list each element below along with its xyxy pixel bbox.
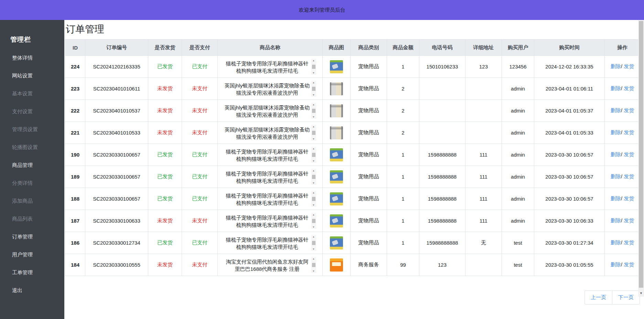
scroll-up-icon[interactable]: ▲: [312, 257, 315, 259]
cell-ship-status: 已发货: [148, 144, 182, 166]
scroll-thumb[interactable]: [312, 263, 315, 267]
scroll-down-icon[interactable]: ▼: [312, 270, 315, 272]
ship-link[interactable]: 发货: [624, 262, 634, 267]
scroll-down-icon[interactable]: ▼: [312, 138, 315, 140]
cell-product-image: [323, 144, 351, 166]
cell-ship-status: 未发货: [148, 122, 182, 144]
product-name-scrollbar[interactable]: ▲▼: [311, 81, 316, 97]
delete-link[interactable]: 删除: [611, 173, 621, 179]
delete-link[interactable]: 删除: [611, 151, 621, 157]
scroll-up-icon[interactable]: ▲: [312, 147, 315, 149]
product-name-scrollbar[interactable]: ▲▼: [311, 235, 316, 251]
sidebar-item-8[interactable]: 分类详情: [0, 174, 64, 192]
scroll-thumb[interactable]: [312, 175, 315, 179]
sidebar-item-6[interactable]: 轮播图设置: [0, 138, 64, 156]
scroll-down-icon[interactable]: ▼: [312, 204, 315, 206]
scroll-up-icon[interactable]: ▲: [312, 103, 315, 105]
sidebar-item-13[interactable]: 工单管理: [0, 264, 64, 281]
ship-link[interactable]: 发货: [624, 85, 634, 91]
delete-link[interactable]: 删除: [611, 85, 621, 91]
product-name-scrollbar[interactable]: ▲▼: [311, 169, 316, 185]
product-name-scrollbar[interactable]: ▲▼: [311, 257, 316, 273]
cell-category: 宠物用品: [351, 210, 387, 232]
delete-link[interactable]: 删除: [611, 63, 621, 69]
ship-link[interactable]: 发货: [624, 217, 634, 223]
scroll-thumb[interactable]: [312, 153, 315, 157]
page-scrollbar[interactable]: ▼: [638, 20, 644, 297]
scroll-thumb[interactable]: [312, 197, 315, 201]
scroll-up-icon[interactable]: ▲: [312, 213, 315, 215]
next-page-button[interactable]: 下一页: [612, 290, 640, 305]
scroll-up-icon[interactable]: ▲: [312, 235, 315, 237]
sidebar-item-14[interactable]: 退出: [0, 281, 64, 299]
ship-link[interactable]: 发货: [624, 63, 634, 69]
ship-link[interactable]: 发货: [624, 240, 634, 245]
delete-link[interactable]: 删除: [611, 129, 621, 135]
product-name-scrollbar[interactable]: ▲▼: [311, 191, 316, 207]
scroll-up-icon[interactable]: ▲: [312, 81, 315, 83]
scroll-down-icon[interactable]: ▼: [312, 116, 315, 118]
table-row: 224SC20241202163335已发货已支付猫梳子宠物专用除浮毛刷撸猫神器…: [65, 56, 640, 78]
product-name-scrollbar[interactable]: ▲▼: [311, 213, 316, 229]
scroll-thumb[interactable]: [312, 87, 315, 91]
scroll-up-icon[interactable]: ▲: [312, 125, 315, 127]
sidebar-item-1[interactable]: 整体详情: [0, 49, 64, 67]
delete-link[interactable]: 删除: [611, 262, 621, 267]
ship-link[interactable]: 发货: [624, 151, 634, 157]
delete-link[interactable]: 删除: [611, 240, 621, 245]
product-name-scrollbar[interactable]: ▲▼: [311, 125, 316, 141]
delete-link[interactable]: 删除: [611, 195, 621, 201]
column-header: 电话号码: [419, 40, 465, 56]
sidebar-item-9[interactable]: 添加商品: [0, 192, 64, 210]
action-separator: /: [621, 129, 622, 135]
ship-link[interactable]: 发货: [624, 129, 634, 135]
delete-link[interactable]: 删除: [611, 107, 621, 113]
scroll-down-icon[interactable]: ▼: [312, 94, 315, 96]
scroll-thumb[interactable]: [312, 219, 315, 223]
scroll-up-icon[interactable]: ▲: [312, 59, 315, 61]
scroll-down-icon[interactable]: ▼: [312, 248, 315, 250]
scroll-thumb[interactable]: [312, 241, 315, 245]
scroll-thumb[interactable]: [312, 131, 315, 135]
sidebar-item-4[interactable]: 支付设置: [0, 103, 64, 120]
cell-phone: 15988888888: [419, 232, 465, 254]
scroll-up-icon[interactable]: ▲: [312, 191, 315, 193]
scroll-down-icon[interactable]: ▼: [312, 160, 315, 162]
column-header: 订单编号: [85, 40, 148, 56]
scroll-thumb[interactable]: [312, 65, 315, 69]
cell-category: 宠物用品: [351, 232, 387, 254]
ship-link[interactable]: 发货: [624, 107, 634, 113]
action-separator: /: [621, 173, 622, 179]
scroll-up-icon[interactable]: ▲: [312, 169, 315, 171]
page-title: 订单管理: [66, 23, 644, 36]
sidebar-item-12[interactable]: 用户管理: [0, 246, 64, 264]
sidebar-item-10[interactable]: 商品列表: [0, 210, 64, 228]
sidebar-item-11[interactable]: 订单管理: [0, 228, 64, 246]
product-name-scrollbar[interactable]: ▲▼: [311, 103, 316, 119]
delete-link[interactable]: 删除: [611, 217, 621, 223]
cell-product-image: [323, 188, 351, 210]
scroll-thumb[interactable]: [312, 109, 315, 113]
scroll-down-icon[interactable]: ▼: [312, 182, 315, 184]
product-name-box: 猫梳子宠物专用除浮毛刷撸猫神器针梳狗狗猫咪毛发清理开结毛▲▼: [219, 169, 321, 185]
cell-address: 111: [465, 144, 502, 166]
scrollbar-down-icon[interactable]: ▼: [638, 290, 644, 297]
product-name-scrollbar[interactable]: ▲▼: [311, 59, 316, 75]
scroll-down-icon[interactable]: ▼: [312, 72, 315, 74]
product-name-scrollbar[interactable]: ▲▼: [311, 147, 316, 163]
sidebar-item-2[interactable]: 网站设置: [0, 67, 64, 85]
sidebar-item-7[interactable]: 商品管理: [0, 156, 64, 174]
cell-product-image: [323, 122, 351, 144]
ship-link[interactable]: 发货: [624, 173, 634, 179]
cell-buyer: admin: [502, 144, 534, 166]
product-name-text: 猫梳子宠物专用除浮毛刷撸猫神器针梳狗狗猫咪毛发清理开结毛: [224, 192, 310, 205]
sidebar-item-5[interactable]: 管理员设置: [0, 120, 64, 138]
cell-time: 2023-04-01 01:05:37: [534, 100, 605, 122]
cell-id: 184: [65, 254, 85, 276]
scroll-down-icon[interactable]: ▼: [312, 226, 315, 228]
prev-page-button[interactable]: 上一页: [584, 290, 612, 305]
ship-link[interactable]: 发货: [624, 195, 634, 201]
column-header: 购买时间: [534, 40, 605, 56]
sidebar-item-3[interactable]: 基本设置: [0, 85, 64, 103]
page-scrollbar-thumb[interactable]: [639, 21, 643, 288]
